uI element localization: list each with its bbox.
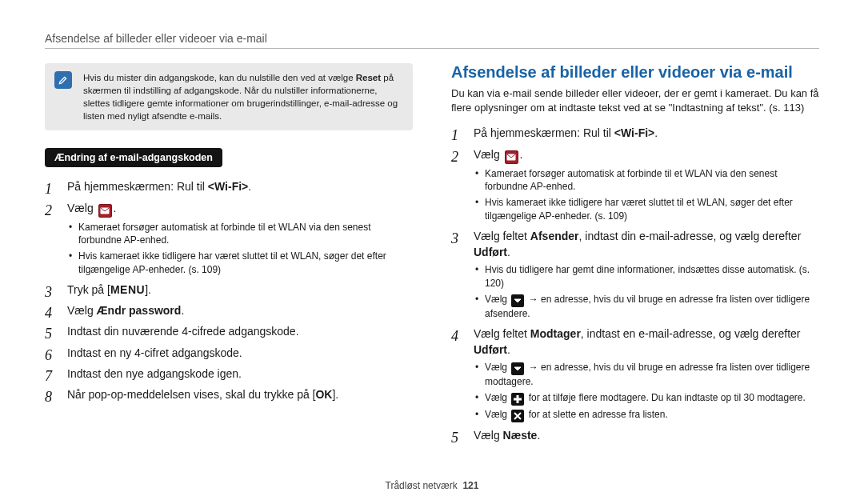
right-step-4-bul3: Vælg for at slette en adresse fra listen… [474, 408, 819, 422]
section-title-pill: Ændring af e-mail-adgangskoden [45, 148, 222, 167]
left-step-2-sub: Kameraet forsøger automatisk at forbinde… [67, 221, 413, 277]
email-app-icon [505, 150, 518, 164]
left-column: Hvis du mister din adgangskode, kan du n… [45, 63, 413, 449]
chevron-down-icon [511, 294, 524, 307]
chevron-down-icon [511, 362, 524, 375]
right-step-2-bul2: Hvis kameraet ikke tidligere har været s… [474, 196, 819, 223]
ok-button-label: OK [315, 388, 332, 401]
right-step-1: På hjemmeskærmen: Rul til <Wi-Fi>. [451, 125, 819, 141]
left-step-3: Tryk på [MENU]. [45, 282, 413, 298]
page-footer: Trådløst netværk 121 [0, 480, 864, 491]
left-step-1: På hjemmeskærmen: Rul til <Wi-Fi>. [45, 178, 413, 194]
right-step-5: Vælg Næste. [451, 427, 819, 443]
left-step-2: Vælg . Kameraet forsøger automatisk at f… [45, 200, 413, 277]
left-steps: På hjemmeskærmen: Rul til <Wi-Fi>. Vælg … [45, 178, 413, 402]
right-step-3: Vælg feltet Afsender, indtast din e-mail… [451, 228, 819, 321]
note-reset-word: Reset [356, 73, 381, 82]
info-note: Hvis du mister din adgangskode, kan du n… [45, 63, 413, 130]
section-intro: Du kan via e-mail sende billeder eller v… [451, 86, 819, 115]
right-step-3-sub: Hvis du tidligere har gemt dine informat… [474, 263, 819, 320]
right-step-4-sub: Vælg → en adresse, hvis du vil bruge en … [474, 361, 819, 422]
right-step-4-bul1: Vælg → en adresse, hvis du vil bruge en … [474, 361, 819, 389]
left-step-5: Indtast din nuværende 4-cifrede adgangsk… [45, 323, 413, 339]
right-column: Afsendelse af billeder eller videoer via… [451, 63, 819, 449]
note-text-1: Hvis du mister din adgangskode, kan du n… [83, 73, 356, 82]
right-step-2-bul1: Kameraet forsøger automatisk at forbinde… [474, 167, 819, 194]
footer-section: Trådløst netværk [386, 480, 458, 491]
left-step-4: Vælg Ændr password. [45, 302, 413, 318]
right-step-3-bul1: Hvis du tidligere har gemt dine informat… [474, 263, 819, 290]
plus-icon [511, 393, 524, 406]
left-step-7: Indtast den nye adgangskode igen. [45, 366, 413, 382]
left-step-2-bul1: Kameraet forsøger automatisk at forbinde… [67, 221, 413, 248]
menu-button-label: MENU [110, 283, 145, 296]
left-step-2-bul2: Hvis kameraet ikke tidligere har været s… [67, 250, 413, 277]
right-step-2-sub: Kameraet forsøger automatisk at forbinde… [474, 167, 819, 223]
left-step-8: Når pop-op-meddelelsen vises, skal du tr… [45, 386, 413, 402]
pencil-note-icon [54, 71, 72, 89]
content-columns: Hvis du mister din adgangskode, kan du n… [45, 63, 819, 449]
right-step-4-bul2: Vælg for at tilføje flere modtagere. Du … [474, 391, 819, 406]
right-steps: På hjemmeskærmen: Rul til <Wi-Fi>. Vælg … [451, 125, 819, 443]
right-step-4: Vælg feltet Modtager, indtast en e-mail-… [451, 326, 819, 422]
right-step-2: Vælg . Kameraet forsøger automatisk at f… [451, 146, 819, 223]
email-app-icon [98, 204, 112, 218]
right-step-3-bul2: Vælg → en adresse, hvis du vil bruge en … [474, 293, 819, 321]
footer-page-number: 121 [462, 480, 478, 491]
header-rule [45, 48, 819, 49]
section-heading: Afsendelse af billeder eller videoer via… [451, 63, 819, 82]
page-running-header: Afsendelse af billeder eller videoer via… [45, 32, 819, 45]
left-step-6: Indtast en ny 4-cifret adgangskode. [45, 345, 413, 361]
close-icon [511, 410, 524, 422]
